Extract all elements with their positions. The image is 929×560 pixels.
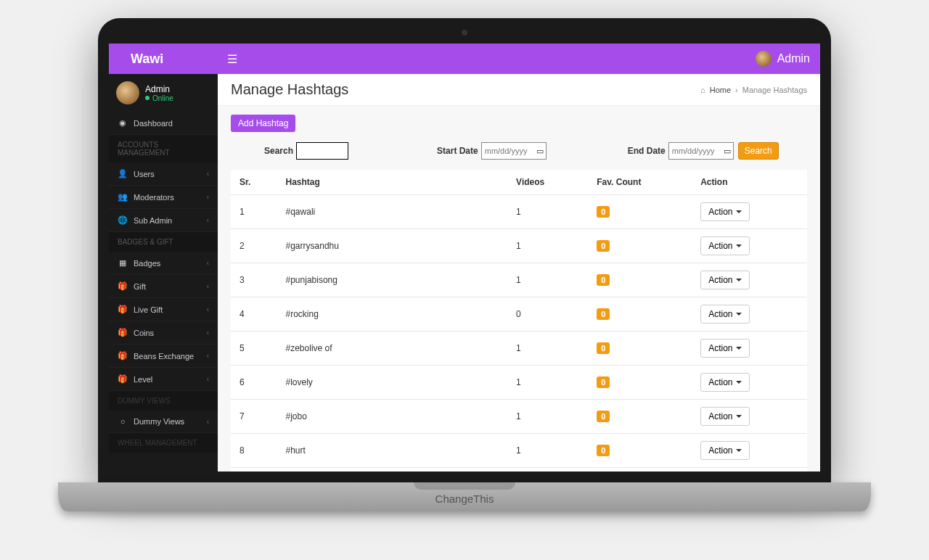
caret-down-icon: [736, 347, 742, 350]
sidebar-item-level[interactable]: 🎁 Level ‹: [109, 368, 218, 391]
sidebar-item-moderators[interactable]: 👥 Moderators ‹: [109, 186, 218, 209]
breadcrumb: ⌂ Home › Manage Hashtags: [700, 86, 807, 94]
breadcrumb-home[interactable]: Home: [710, 86, 731, 94]
status-dot-icon: [145, 96, 150, 100]
search-input[interactable]: [296, 142, 348, 160]
breadcrumb-separator: ›: [735, 86, 738, 94]
sidebar-item-badges[interactable]: ▦ Badges ‹: [109, 252, 218, 275]
header-user-menu[interactable]: Admin: [756, 51, 820, 67]
row-action-button[interactable]: Action: [700, 202, 749, 221]
badge-icon: ▦: [118, 258, 128, 268]
cell-fav: 0: [588, 263, 692, 297]
row-action-button[interactable]: Action: [700, 305, 749, 324]
sidebar-item-subadmin[interactable]: 🌐 Sub Admin ‹: [109, 209, 218, 232]
cell-sr: 2: [231, 229, 277, 263]
cell-fav: 0: [588, 400, 692, 434]
row-action-button[interactable]: Action: [700, 236, 749, 255]
dashboard-icon: ◉: [118, 118, 128, 128]
table-row: 2#garrysandhu10Action: [231, 229, 807, 263]
cell-sr: 7: [231, 400, 277, 434]
fav-badge: 0: [597, 240, 610, 252]
caret-down-icon: [736, 381, 742, 384]
caret-down-icon: [736, 244, 742, 247]
hamburger-icon[interactable]: ☰: [218, 52, 247, 66]
row-action-button[interactable]: Action: [700, 271, 749, 289]
cell-videos: 1: [507, 229, 588, 263]
user-panel: Admin Online: [109, 74, 218, 112]
gift-icon: 🎁: [118, 374, 128, 384]
sidebar-user-name: Admin: [145, 84, 173, 94]
row-action-button[interactable]: Action: [700, 339, 749, 358]
users-icon: 👥: [118, 192, 128, 202]
cell-hashtag: #lovely: [277, 366, 508, 400]
start-date-input[interactable]: [481, 142, 547, 160]
table-row: 6#lovely10Action: [231, 366, 807, 400]
home-icon: ⌂: [700, 86, 705, 94]
sidebar-section-wheel: WHEEL MANAGEMENT: [109, 433, 218, 453]
header-user-label: Admin: [777, 52, 810, 65]
cell-hashtag: #rocking: [277, 297, 508, 332]
cell-fav: 0: [588, 332, 692, 366]
row-action-button[interactable]: Action: [700, 373, 749, 392]
row-action-button[interactable]: Action: [700, 407, 749, 426]
chevron-left-icon: ‹: [207, 352, 209, 360]
cell-videos: 1: [507, 263, 588, 297]
cell-videos: 1: [507, 366, 588, 400]
col-videos: Videos: [507, 170, 588, 195]
sidebar-section-accounts: ACCOUNTS MANAGEMENT: [109, 135, 218, 162]
cell-sr: 3: [231, 263, 277, 297]
chevron-left-icon: ‹: [207, 216, 209, 224]
cell-fav: 0: [588, 195, 692, 229]
sidebar-item-gift[interactable]: 🎁 Gift ‹: [109, 275, 218, 298]
chevron-left-icon: ‹: [207, 282, 209, 290]
sidebar-item-livegift[interactable]: 🎁 Live Gift ‹: [109, 298, 218, 321]
cell-fav: 0: [588, 434, 692, 468]
chevron-left-icon: ‹: [207, 193, 209, 201]
sidebar-user-status: Online: [145, 94, 173, 102]
row-action-button[interactable]: Action: [700, 441, 749, 460]
laptop-frame: Wawi ☰ Admin Admin Online: [98, 18, 831, 482]
end-date-label: End Date: [628, 146, 666, 156]
cell-sr: 4: [231, 297, 277, 332]
cell-videos: 1: [507, 332, 588, 366]
end-date-input[interactable]: [668, 142, 734, 160]
cell-sr: 6: [231, 366, 277, 400]
cell-hashtag: #punjabisong: [277, 263, 508, 297]
hashtag-table: Sr. Hashtag Videos Fav. Count Action 1#q…: [231, 170, 807, 472]
add-hashtag-button[interactable]: Add Hashtag: [231, 115, 295, 132]
chevron-left-icon: ‹: [207, 375, 209, 383]
cell-hashtag: #garrysandhu: [277, 229, 508, 263]
table-row: 9#frindsforever #zeboliveho10Action: [231, 468, 807, 472]
chevron-left-icon: ‹: [207, 418, 209, 426]
cell-hashtag: #qawali: [277, 195, 508, 229]
gift-icon: 🎁: [118, 281, 128, 291]
cell-fav: 0: [588, 366, 692, 400]
circle-icon: ○: [118, 417, 128, 426]
sidebar-item-coins[interactable]: 🎁 Coins ‹: [109, 321, 218, 345]
col-fav: Fav. Count: [588, 170, 692, 195]
brand-logo: Wawi: [109, 52, 218, 67]
table-row: 5#zebolive of10Action: [231, 332, 807, 366]
sidebar-item-users[interactable]: 👤 Users ‹: [109, 162, 218, 186]
col-hashtag: Hashtag: [277, 170, 508, 195]
filter-row: Search Start Date ▭: [231, 132, 807, 170]
sidebar: Admin Online ◉ Dashboard ACCOUNTS MANAGE…: [109, 74, 218, 472]
app-header: Wawi ☰ Admin: [109, 44, 820, 74]
gift-icon: 🎁: [118, 351, 128, 361]
fav-badge: 0: [597, 445, 610, 456]
cell-hashtag: #hurt: [277, 434, 508, 468]
sidebar-item-dashboard[interactable]: ◉ Dashboard: [109, 112, 218, 135]
cell-videos: 0: [507, 297, 588, 332]
fav-badge: 0: [597, 411, 610, 422]
cell-videos: 1: [507, 195, 588, 229]
cell-hashtag: #jobo: [277, 400, 508, 434]
sidebar-section-badges: BADGES & GIFT: [109, 232, 218, 252]
search-button[interactable]: Search: [738, 142, 779, 160]
fav-badge: 0: [597, 376, 610, 388]
fav-badge: 0: [597, 342, 610, 354]
col-action: Action: [692, 170, 807, 195]
caret-down-icon: [736, 415, 742, 418]
sidebar-item-dummyviews[interactable]: ○ Dummy Views ‹: [109, 411, 218, 433]
sidebar-item-beans[interactable]: 🎁 Beans Exchange ‹: [109, 345, 218, 368]
laptop-brand: ChangeThis: [435, 493, 494, 505]
